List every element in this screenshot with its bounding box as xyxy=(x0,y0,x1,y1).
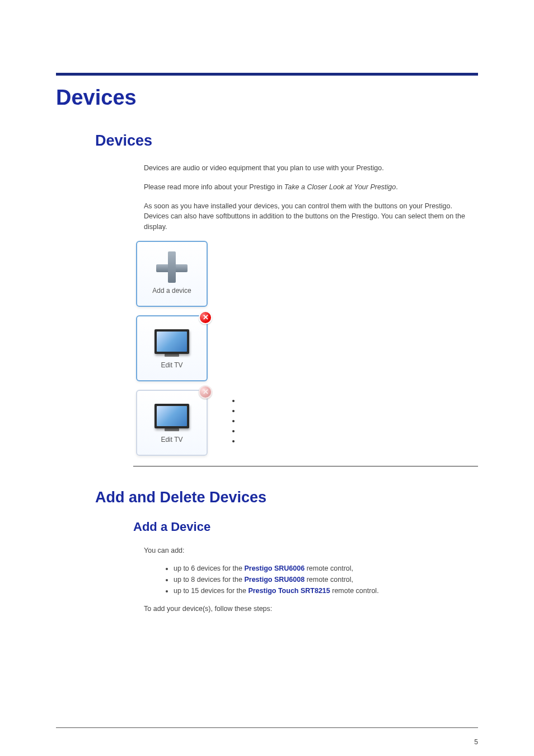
tile-label: Edit TV xyxy=(161,436,182,449)
text: up to 8 devices for the xyxy=(174,576,244,584)
context-menu-placeholder xyxy=(230,396,240,447)
delete-device-icon-disabled: ✕ xyxy=(199,385,212,399)
list-item: up to 6 devices for the Prestigo SRU6006… xyxy=(174,564,478,572)
document-page: Devices Devices Devices are audio or vid… xyxy=(0,0,534,756)
tile-edit-device-example: ✕ Edit TV xyxy=(136,315,478,381)
top-divider xyxy=(56,73,478,76)
tile-label: Edit TV xyxy=(161,361,182,375)
text: . xyxy=(396,183,397,191)
plus-icon xyxy=(155,248,189,287)
edit-device-tile[interactable]: ✕ Edit TV xyxy=(136,315,208,381)
section-divider xyxy=(133,466,478,466)
paragraph: As soon as you have installed your devic… xyxy=(144,201,478,231)
tile-label: Add a device xyxy=(152,287,191,300)
tv-icon xyxy=(154,322,189,361)
text: remote control. xyxy=(330,587,379,595)
paragraph: To add your device(s), follow these step… xyxy=(144,604,478,614)
page-title: Devices xyxy=(56,86,478,110)
text: up to 6 devices for the xyxy=(174,564,244,572)
list-item: up to 15 devices for the Prestigo Touch … xyxy=(174,587,478,595)
tile-add-device-example: Add a device xyxy=(136,241,478,307)
paragraph: Please read more info about your Prestig… xyxy=(144,182,478,192)
paragraph: Devices are audio or video equipment tha… xyxy=(144,163,478,173)
section-title-add-delete: Add and Delete Devices xyxy=(95,489,478,506)
product-link[interactable]: Prestigo Touch SRT8215 xyxy=(248,587,330,595)
add-device-tile[interactable]: Add a device xyxy=(136,241,208,307)
cross-reference-link[interactable]: Take a Closer Look at Your Prestigo xyxy=(284,183,396,191)
tile-edit-device-disabled-example: ✕ Edit TV xyxy=(136,390,478,456)
section-title-devices: Devices xyxy=(95,132,478,150)
text: remote control, xyxy=(305,564,353,572)
subsection-title-add-device: Add a Device xyxy=(133,520,478,534)
text: remote control, xyxy=(305,576,353,584)
delete-device-icon[interactable]: ✕ xyxy=(199,311,212,324)
device-limit-list: up to 6 devices for the Prestigo SRU6006… xyxy=(162,564,478,595)
text: up to 15 devices for the xyxy=(174,587,248,595)
paragraph: You can add: xyxy=(144,545,478,556)
footer-divider xyxy=(56,727,478,728)
page-number: 5 xyxy=(474,738,478,746)
edit-device-tile-disabled: ✕ Edit TV xyxy=(136,390,208,456)
product-link[interactable]: Prestigo SRU6008 xyxy=(244,576,305,584)
list-item: up to 8 devices for the Prestigo SRU6008… xyxy=(174,576,478,584)
product-link[interactable]: Prestigo SRU6006 xyxy=(244,564,305,572)
text: Please read more info about your Prestig… xyxy=(144,183,284,191)
tv-icon xyxy=(154,396,189,436)
